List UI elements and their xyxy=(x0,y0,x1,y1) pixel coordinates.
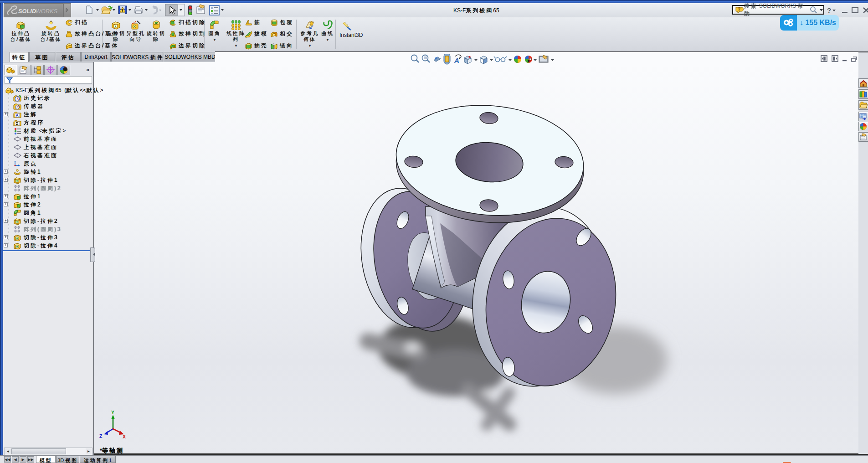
svg-text:Z: Z xyxy=(99,433,103,439)
svg-text:Y: Y xyxy=(111,410,114,415)
svg-text:A: A xyxy=(454,57,459,64)
svg-text:?: ? xyxy=(827,6,831,14)
svg-text:X: X xyxy=(123,434,126,439)
svg-text:?: ? xyxy=(738,7,740,12)
svg-text:SOLID: SOLID xyxy=(18,8,36,15)
svg-text:WORKS: WORKS xyxy=(36,8,58,15)
svg-text:A: A xyxy=(16,113,19,118)
svg-text:Σ: Σ xyxy=(16,121,18,126)
